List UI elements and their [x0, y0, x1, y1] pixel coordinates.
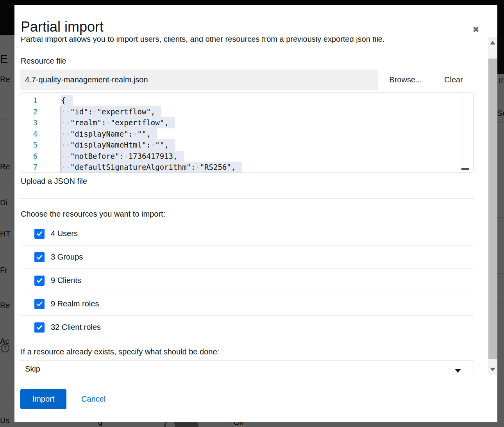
json-code-editor[interactable]: 1 { 2 ··"id":·"expertflow", 3 ··"realm":… — [20, 93, 474, 173]
clients-checkbox[interactable] — [34, 276, 45, 286]
check-icon — [36, 278, 43, 283]
selected-option: Skip — [25, 365, 40, 374]
modal-scrollbar[interactable] — [488, 37, 497, 375]
file-upload-group: 4.7-quality-management-realm.json Browse… — [20, 69, 474, 90]
upload-helper-text: Upload a JSON file — [21, 177, 87, 186]
list-item: 9 Realm roles — [20, 292, 474, 315]
list-item: 32 Client roles — [20, 315, 474, 339]
scrollbar-thumb[interactable] — [488, 59, 497, 359]
client-roles-checkbox[interactable] — [34, 322, 45, 333]
checkbox-label: 9 Realm roles — [51, 299, 99, 308]
list-item: 4 Users — [20, 222, 474, 245]
line-number: 5 — [20, 139, 38, 151]
line-number: 1 — [20, 95, 38, 106]
line-number: 6 — [20, 151, 38, 162]
cancel-button[interactable]: Cancel — [81, 389, 105, 409]
check-icon — [36, 301, 43, 306]
import-button[interactable]: Import — [20, 389, 66, 409]
realm-roles-checkbox[interactable] — [34, 299, 45, 309]
code-line: 5 ··"displayNameHtml":·"", — [20, 139, 474, 151]
line-number: 4 — [20, 128, 38, 140]
scroll-up-icon[interactable] — [488, 39, 497, 46]
code-text: ··"id":·"expertflow", — [61, 106, 161, 117]
checkbox-label: 9 Clients — [51, 276, 81, 285]
code-line: 4 ··"displayName":·"", — [20, 128, 474, 140]
code-text: ··"realm":·"expertflow", — [61, 117, 175, 128]
choose-resources-label: Choose the resources you want to import: — [21, 210, 165, 219]
code-text: ··"notBefore":·1736417913, — [61, 151, 184, 162]
modal-title: Partial import — [21, 18, 104, 36]
groups-checkbox[interactable] — [34, 252, 45, 262]
conflict-policy-select[interactable]: Skip — [20, 360, 474, 375]
scroll-down-icon[interactable] — [488, 365, 497, 373]
file-name-field[interactable]: 4.7-quality-management-realm.json — [20, 69, 378, 90]
code-text: ··"displayNameHtml":·"", — [61, 139, 175, 151]
code-text: ··"displayName":·"", — [61, 128, 157, 140]
conflict-policy-label: If a resource already exists, specify wh… — [21, 347, 219, 356]
conflict-policy-select-clip: Skip — [20, 360, 474, 375]
check-icon — [36, 254, 43, 260]
code-text: { — [61, 95, 73, 106]
line-number: 2 — [20, 106, 38, 117]
code-line: 3 ··"realm":·"expertflow", — [20, 117, 474, 128]
line-number: 7 — [20, 162, 38, 173]
code-line: 6 ··"notBefore":·1736417913, — [20, 151, 474, 162]
page: E Re Re Di HT Fr Re Ac ? Us m Se g Off P… — [0, 0, 504, 427]
partial-import-modal: Partial import ✖ Partial import allows y… — [14, 5, 497, 422]
code-line: 1 { — [20, 95, 474, 106]
editor-scrollbar-track — [461, 95, 461, 169]
modal-description-clip: Partial import allows you to import user… — [21, 37, 470, 46]
checkbox-label: 3 Groups — [51, 253, 83, 262]
code-line: 7 ··"defaultSignatureAlgorithm":·"RS256"… — [20, 162, 474, 173]
chevron-down-icon — [455, 369, 461, 373]
clear-button[interactable]: Clear — [433, 69, 474, 90]
section-divider — [20, 198, 474, 199]
check-icon — [36, 231, 43, 236]
resource-checklist: 4 Users 3 Groups 9 Clients 9 Realm roles — [20, 222, 474, 339]
line-number: 3 — [20, 117, 38, 128]
users-checkbox[interactable] — [34, 229, 45, 239]
code-text: ··"defaultSignatureAlgorithm":·"RS256", — [61, 162, 242, 173]
editor-scrollbar-thumb[interactable] — [461, 168, 469, 170]
browse-button[interactable]: Browse... — [378, 69, 433, 90]
list-item: 3 Groups — [20, 245, 474, 269]
checkbox-label: 32 Client roles — [51, 323, 101, 332]
close-icon[interactable]: ✖ — [470, 24, 482, 36]
code-line: 2 ··"id":·"expertflow", — [20, 106, 474, 117]
check-icon — [36, 325, 43, 330]
modal-description: Partial import allows you to import user… — [21, 37, 470, 44]
list-item: 9 Clients — [20, 269, 474, 292]
resource-file-label: Resource file — [21, 57, 66, 66]
checkbox-label: 4 Users — [51, 229, 78, 238]
